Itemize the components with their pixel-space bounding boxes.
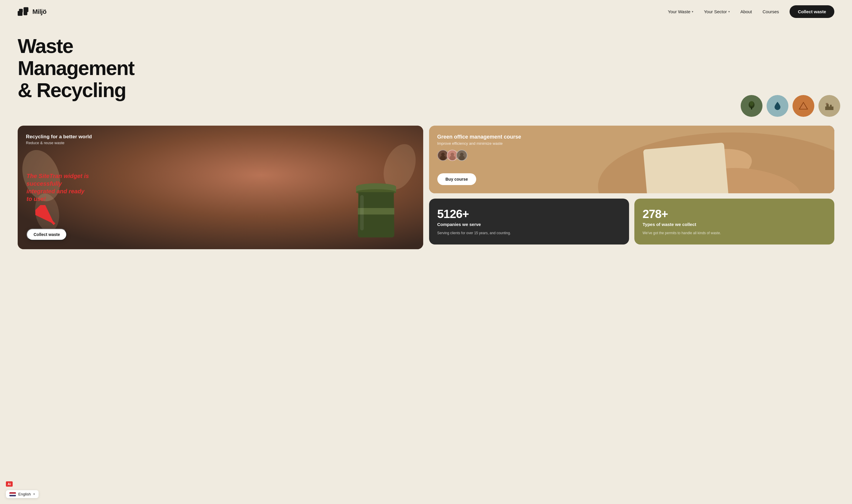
- sector-icons-row: [0, 95, 852, 117]
- svg-point-38: [459, 156, 465, 160]
- svg-point-12: [823, 100, 836, 112]
- stats-row: 5126+ Companies we serve Serving clients…: [429, 199, 835, 245]
- hero-section: Waste Management & Recycling: [0, 23, 852, 101]
- course-avatars: [437, 150, 827, 161]
- sector-industry-icon[interactable]: [818, 95, 840, 117]
- header-cta-button[interactable]: Collect waste: [789, 5, 834, 18]
- right-column: Green office management course Improve e…: [429, 126, 835, 249]
- main-nav: Your Waste ▾ Your Sector ▾ About Courses…: [668, 5, 834, 18]
- svg-rect-3: [23, 12, 28, 15]
- stat-card-waste-types: 278+ Types of waste we collect We've got…: [634, 199, 834, 245]
- buy-course-button[interactable]: Buy course: [437, 173, 476, 185]
- svg-rect-22: [360, 195, 364, 230]
- cup-illustration: [352, 179, 400, 240]
- hero-card-label: Recycling for a better world Reduce & re…: [26, 134, 92, 145]
- logo-icon: [18, 7, 30, 17]
- collect-waste-widget-button[interactable]: Collect waste: [27, 229, 67, 240]
- svg-rect-15: [830, 105, 832, 107]
- chevron-down-icon: ▾: [33, 492, 35, 496]
- svg-rect-16: [826, 103, 827, 105]
- header: Miljö Your Waste ▾ Your Sector ▾ About C…: [0, 0, 852, 23]
- hero-title: Waste Management & Recycling: [18, 35, 194, 101]
- language-label: English: [18, 492, 31, 496]
- us-flag-icon: [10, 492, 16, 496]
- chevron-down-icon: ▾: [692, 10, 693, 13]
- nav-your-waste[interactable]: Your Waste ▾: [668, 9, 693, 14]
- stat-card-companies: 5126+ Companies we serve Serving clients…: [429, 199, 629, 245]
- chevron-down-icon: ▾: [728, 10, 730, 13]
- hero-image-card: Recycling for a better world Reduce & re…: [18, 126, 423, 249]
- svg-point-35: [449, 156, 455, 160]
- main-grid: Recycling for a better world Reduce & re…: [0, 126, 852, 261]
- svg-rect-1: [19, 9, 23, 13]
- nav-courses[interactable]: Courses: [763, 9, 779, 14]
- course-info: Green office management course Improve e…: [437, 134, 827, 161]
- svg-rect-13: [825, 107, 833, 110]
- sector-nature-icon[interactable]: [741, 95, 763, 117]
- svg-rect-6: [751, 107, 752, 109]
- sector-wood-icon[interactable]: [793, 95, 814, 117]
- red-arrow-icon: [35, 205, 59, 229]
- course-card: Green office management course Improve e…: [429, 126, 835, 193]
- adobe-badge: Ai: [6, 481, 13, 487]
- avatar-3: [456, 150, 467, 161]
- sector-water-icon[interactable]: [767, 95, 788, 117]
- language-selector[interactable]: Ai English ▾: [6, 490, 39, 498]
- svg-line-24: [38, 208, 54, 224]
- logo[interactable]: Miljö: [18, 7, 47, 17]
- svg-point-7: [749, 101, 754, 106]
- svg-rect-2: [23, 7, 28, 12]
- nav-your-sector[interactable]: Your Sector ▾: [704, 9, 730, 14]
- svg-point-32: [440, 156, 446, 160]
- nav-about[interactable]: About: [741, 9, 752, 14]
- widget-overlay: The SiteTran widget is successfully inte…: [27, 172, 91, 240]
- svg-rect-17: [827, 103, 828, 104]
- logo-text: Miljö: [32, 8, 47, 16]
